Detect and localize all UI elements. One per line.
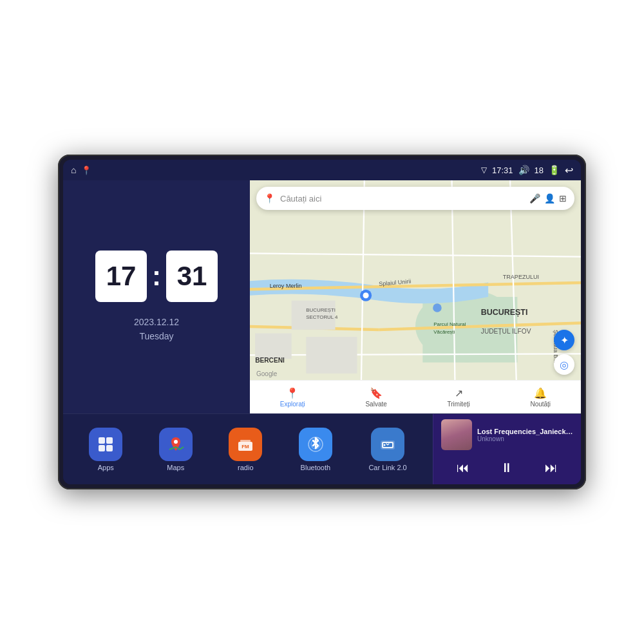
send-icon: ↗ bbox=[455, 387, 463, 399]
compass-button[interactable]: ✦ bbox=[554, 330, 574, 350]
music-artist: Unknown bbox=[477, 435, 573, 442]
back-icon[interactable]: ↩ bbox=[565, 164, 573, 176]
svg-text:Leroy Merlin: Leroy Merlin bbox=[270, 283, 302, 289]
svg-rect-29 bbox=[106, 437, 113, 444]
lower-section: Apps Maps bbox=[63, 413, 581, 484]
svg-rect-28 bbox=[99, 437, 105, 444]
signal-icon: ▽ bbox=[481, 166, 487, 175]
svg-text:BERCENI: BERCENI bbox=[255, 357, 285, 364]
google-logo: Google bbox=[256, 370, 277, 377]
music-panel: Lost Frequencies_Janieck Devy-... Unknow… bbox=[433, 414, 581, 484]
map-nav-send-label: Trimiteți bbox=[448, 401, 470, 408]
svg-text:TRAPEZULUI: TRAPEZULUI bbox=[503, 274, 539, 280]
volume-level: 18 bbox=[535, 166, 544, 175]
clock-minutes: 31 bbox=[166, 251, 218, 302]
svg-rect-31 bbox=[106, 445, 113, 451]
map-background: BUCUREȘTI JUDEȚUL ILFOV TRAPEZULUI BERCE… bbox=[250, 180, 581, 413]
svg-text:JUDEȚUL ILFOV: JUDEȚUL ILFOV bbox=[481, 328, 531, 335]
apps-icon bbox=[89, 428, 122, 461]
music-prev-button[interactable]: ⏮ bbox=[451, 458, 475, 478]
location-button[interactable]: ◎ bbox=[554, 354, 574, 375]
app-item-apps[interactable]: Apps bbox=[89, 428, 122, 471]
music-next-button[interactable]: ⏭ bbox=[540, 458, 563, 478]
svg-point-26 bbox=[363, 292, 369, 298]
music-album-art bbox=[441, 419, 472, 450]
map-search-placeholder[interactable]: Căutați aici bbox=[280, 194, 524, 204]
maps-icon bbox=[159, 428, 193, 461]
device-screen: ⌂ 📍 ▽ 17:31 🔊 18 🔋 ↩ 17 : 31 bbox=[63, 160, 581, 484]
svg-text:Văcărești: Văcărești bbox=[433, 329, 455, 335]
explore-icon: 📍 bbox=[286, 387, 299, 399]
clock-colon: : bbox=[152, 261, 161, 292]
svg-point-32 bbox=[174, 440, 178, 444]
mic-icon[interactable]: 🎤 bbox=[529, 193, 540, 204]
status-left: ⌂ 📍 bbox=[71, 165, 91, 175]
account-icon[interactable]: 👤 bbox=[544, 193, 555, 204]
carlink-icon bbox=[371, 428, 404, 461]
map-nav-news-label: Noutăți bbox=[530, 401, 551, 408]
map-nav-explore[interactable]: 📍 Explorați bbox=[280, 387, 305, 408]
app-item-radio[interactable]: FM radio bbox=[229, 428, 262, 471]
clock-display: 17 : 31 bbox=[95, 251, 218, 302]
clock-panel: 17 : 31 2023.12.12 Tuesday bbox=[63, 180, 250, 413]
svg-rect-12 bbox=[255, 334, 292, 359]
svg-text:BUCUREȘTI: BUCUREȘTI bbox=[306, 307, 336, 313]
music-controls: ⏮ ⏸ ⏭ bbox=[441, 455, 573, 480]
map-bottom-bar: 📍 Explorați 🔖 Salvate ↗ Trimiteți 🔔 bbox=[250, 380, 581, 413]
svg-rect-30 bbox=[99, 445, 105, 451]
volume-icon: 🔊 bbox=[518, 165, 529, 175]
bookmark-icon: 🔖 bbox=[370, 387, 383, 399]
upper-section: 17 : 31 2023.12.12 Tuesday bbox=[63, 180, 581, 413]
map-panel[interactable]: BUCUREȘTI JUDEȚUL ILFOV TRAPEZULUI BERCE… bbox=[250, 180, 581, 413]
bluetooth-icon bbox=[299, 428, 332, 461]
svg-rect-35 bbox=[240, 440, 251, 442]
google-maps-logo: 📍 bbox=[264, 193, 275, 204]
layers-icon[interactable]: ⊞ bbox=[559, 193, 567, 204]
svg-point-41 bbox=[384, 444, 386, 446]
app-item-bluetooth[interactable]: Bluetooth bbox=[299, 428, 332, 471]
map-nav-send[interactable]: ↗ Trimiteți bbox=[448, 387, 470, 408]
map-search-actions: 🎤 👤 ⊞ bbox=[529, 193, 567, 204]
music-details: Lost Frequencies_Janieck Devy-... Unknow… bbox=[477, 428, 573, 442]
app-label-bluetooth: Bluetooth bbox=[301, 464, 330, 471]
music-info: Lost Frequencies_Janieck Devy-... Unknow… bbox=[441, 419, 573, 450]
svg-point-27 bbox=[433, 303, 442, 312]
svg-rect-13 bbox=[306, 337, 357, 374]
app-label-carlink: Car Link 2.0 bbox=[368, 464, 406, 471]
bell-icon: 🔔 bbox=[534, 387, 547, 399]
main-content: 17 : 31 2023.12.12 Tuesday bbox=[63, 180, 581, 484]
device-frame: ⌂ 📍 ▽ 17:31 🔊 18 🔋 ↩ 17 : 31 bbox=[58, 155, 586, 489]
app-item-maps[interactable]: Maps bbox=[159, 428, 193, 471]
music-play-pause-button[interactable]: ⏸ bbox=[495, 458, 518, 478]
status-time: 17:31 bbox=[492, 166, 513, 175]
map-search-bar[interactable]: 📍 Căutați aici 🎤 👤 ⊞ bbox=[256, 187, 574, 210]
map-nav-news[interactable]: 🔔 Noutăți bbox=[530, 387, 551, 408]
app-item-carlink[interactable]: Car Link 2.0 bbox=[368, 428, 406, 471]
album-art-image bbox=[441, 419, 472, 450]
status-right: ▽ 17:31 🔊 18 🔋 ↩ bbox=[481, 164, 573, 176]
app-label-maps: Maps bbox=[167, 464, 184, 471]
app-label-apps: Apps bbox=[98, 464, 114, 471]
apps-bar: Apps Maps bbox=[63, 414, 433, 484]
maps-pin-icon[interactable]: 📍 bbox=[81, 166, 91, 175]
battery-icon: 🔋 bbox=[549, 165, 560, 175]
status-bar: ⌂ 📍 ▽ 17:31 🔊 18 🔋 ↩ bbox=[63, 160, 581, 180]
svg-text:SECTORUL 4: SECTORUL 4 bbox=[306, 314, 338, 320]
svg-text:BUCUREȘTI: BUCUREȘTI bbox=[481, 308, 528, 317]
map-nav-explore-label: Explorați bbox=[280, 401, 305, 408]
radio-icon: FM bbox=[229, 428, 262, 461]
app-label-radio: radio bbox=[238, 464, 253, 471]
music-title: Lost Frequencies_Janieck Devy-... bbox=[477, 428, 573, 435]
svg-text:FM: FM bbox=[242, 444, 250, 450]
clock-hours: 17 bbox=[95, 251, 147, 302]
svg-text:Parcul Natural: Parcul Natural bbox=[433, 321, 466, 327]
map-nav-saved[interactable]: 🔖 Salvate bbox=[365, 387, 386, 408]
home-icon[interactable]: ⌂ bbox=[71, 165, 76, 175]
clock-date: 2023.12.12 Tuesday bbox=[134, 315, 179, 344]
map-nav-saved-label: Salvate bbox=[365, 401, 386, 408]
